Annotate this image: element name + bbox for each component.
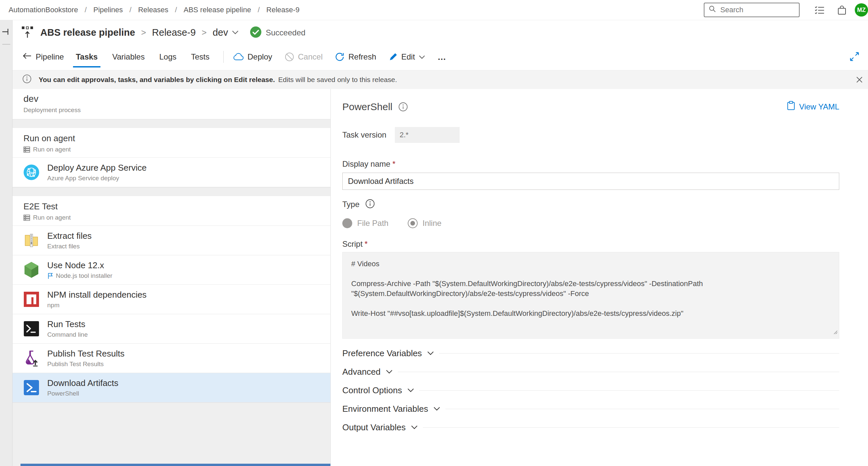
section-output-variables[interactable]: Output Variables: [342, 418, 839, 437]
search-input[interactable]: Search: [704, 3, 800, 17]
stage-name[interactable]: dev: [213, 27, 228, 38]
stage-card[interactable]: dev Deployment process: [12, 89, 331, 119]
deploy-button[interactable]: Deploy: [233, 52, 272, 61]
task-version-field: 2.*: [395, 127, 460, 143]
top-navigation-bar: AutomationBookstore/Pipelines/Releases/A…: [0, 0, 868, 20]
extract-files-icon: [24, 233, 39, 248]
info-icon[interactable]: [366, 199, 375, 210]
tab-variables[interactable]: Variables: [112, 51, 145, 63]
task-item-publish-test-results[interactable]: Publish Test ResultsPublish Test Results: [12, 344, 331, 373]
task-type: Publish Test Results: [47, 360, 125, 368]
more-actions-button[interactable]: …: [437, 52, 447, 62]
task-item-deploy-azure-app-service[interactable]: Deploy Azure App ServiceAzure App Servic…: [12, 158, 331, 187]
task-name: Use Node 12.x: [47, 260, 112, 270]
node-icon: [24, 262, 39, 278]
phase-subtitle: Run on agent: [33, 214, 71, 221]
deployment-process-panel: dev Deployment process Run on agentRun o…: [12, 89, 331, 466]
fullscreen-toggle-icon[interactable]: [849, 52, 860, 63]
task-item-npm-install-dependencies[interactable]: NPM install dependenciesnpm: [12, 285, 331, 314]
cancel-button[interactable]: Cancel: [285, 52, 323, 61]
collapse-panel-icon[interactable]: [2, 27, 10, 37]
task-name: Publish Test Results: [47, 349, 125, 359]
chevron-down-dark-icon: [386, 370, 393, 374]
breadcrumb: AutomationBookstore/Pipelines/Releases/A…: [8, 6, 299, 14]
breadcrumb-item-pipelines[interactable]: Pipelines: [93, 6, 123, 14]
tab-tests[interactable]: Tests: [190, 51, 210, 63]
task-type-title: PowerShell: [342, 101, 393, 112]
task-list-icon[interactable]: [814, 5, 825, 16]
pipeline-name[interactable]: ABS release pipeline: [40, 27, 135, 38]
edit-button[interactable]: Edit: [389, 52, 425, 61]
banner-bold-text: You can edit approvals, tasks, and varia…: [39, 76, 275, 84]
radio-inline[interactable]: Inline: [408, 218, 441, 228]
radio-selected-icon: [408, 218, 417, 228]
view-yaml-button[interactable]: View YAML: [787, 101, 839, 112]
breadcrumb-item-releases[interactable]: Releases: [138, 6, 168, 14]
phase-header-e2e-test[interactable]: E2E TestRun on agent: [12, 196, 331, 226]
breadcrumb-separator: /: [258, 6, 260, 14]
refresh-button[interactable]: Refresh: [335, 52, 376, 61]
edit-pencil-icon: [389, 53, 398, 61]
success-check-icon: [250, 26, 262, 39]
radio-inline-label: Inline: [423, 219, 441, 228]
info-icon[interactable]: [399, 102, 408, 112]
user-avatar[interactable]: MZ: [855, 3, 868, 17]
phase-title: Run on agent: [24, 133, 331, 144]
toolbar-divider: [223, 51, 224, 63]
section-divider: [419, 390, 839, 390]
script-type-radio-group: File Path Inline: [342, 218, 839, 228]
tab-logs[interactable]: Logs: [159, 51, 177, 63]
azure-app-service-icon: [24, 164, 39, 180]
section-label: Control Options: [342, 385, 402, 396]
radio-file-path[interactable]: File Path: [342, 218, 389, 228]
phase-group-run-on-agent: Run on agentRun on agentDeploy Azure App…: [12, 128, 331, 187]
breadcrumb-item-abs-release-pipeline[interactable]: ABS release pipeline: [184, 6, 251, 14]
section-environment-variables[interactable]: Environment Variables: [342, 400, 839, 418]
command-line-icon: [24, 321, 39, 337]
cancel-icon: [285, 52, 294, 61]
task-item-run-tests[interactable]: Run TestsCommand line: [12, 314, 331, 344]
task-item-extract-files[interactable]: Extract filesExtract files: [12, 226, 331, 255]
section-advanced[interactable]: Advanced: [342, 362, 839, 381]
section-control-options[interactable]: Control Options: [342, 381, 839, 400]
banner-close-icon[interactable]: [856, 77, 863, 85]
task-name: Run Tests: [47, 319, 88, 329]
task-type: npm: [47, 302, 147, 309]
agent-icon: [24, 215, 30, 221]
marketplace-bag-icon[interactable]: [836, 5, 847, 16]
radio-unselected-icon: [342, 218, 352, 228]
chevron-down-dark-icon: [407, 388, 414, 392]
release-name[interactable]: Release-9: [152, 27, 196, 38]
back-to-pipeline-button[interactable]: Pipeline: [23, 52, 64, 61]
task-type: Command line: [47, 331, 88, 338]
section-divider: [439, 353, 839, 354]
section-label: Output Variables: [342, 423, 406, 433]
tab-tasks[interactable]: Tasks: [75, 51, 98, 63]
tab-bar: Pipeline TasksVariablesLogsTests DeployC…: [12, 45, 868, 69]
flask-icon: [24, 350, 39, 367]
breadcrumb-item-automationbookstore[interactable]: AutomationBookstore: [8, 6, 78, 14]
task-type: Azure App Service deploy: [47, 175, 147, 182]
type-label: Type: [342, 200, 360, 209]
display-name-input[interactable]: Download Artifacts: [342, 173, 839, 190]
section-divider: [445, 409, 839, 409]
script-textarea[interactable]: # Videos Compress-Archive -Path "$(Syste…: [342, 252, 839, 339]
section-preference-variables[interactable]: Preference Variables: [342, 344, 839, 362]
task-item-download-artifacts[interactable]: Download ArtifactsPowerShell: [12, 373, 331, 403]
agent-icon: [24, 147, 30, 153]
status-text: Succeeded: [266, 28, 305, 37]
breadcrumb-item-release-9[interactable]: Release-9: [266, 6, 299, 14]
chevron-down-dark-icon: [411, 425, 417, 429]
banner-regular-text: Edits will be saved only to this release…: [278, 76, 397, 84]
npm-icon: [24, 292, 39, 307]
radio-file-path-label: File Path: [357, 219, 389, 228]
task-item-use-node-12-x[interactable]: Use Node 12.xNode.js tool installer: [12, 255, 331, 285]
chevron-down-dark-icon: [434, 407, 440, 411]
section-label: Preference Variables: [342, 348, 422, 358]
textarea-resize-handle[interactable]: [833, 327, 838, 337]
info-icon: [23, 75, 31, 85]
task-name: NPM install dependencies: [47, 290, 147, 300]
stage-chevron-down-icon[interactable]: [232, 30, 239, 36]
display-name-label: Display name*: [342, 159, 839, 169]
phase-header-run-on-agent[interactable]: Run on agentRun on agent: [12, 128, 331, 158]
